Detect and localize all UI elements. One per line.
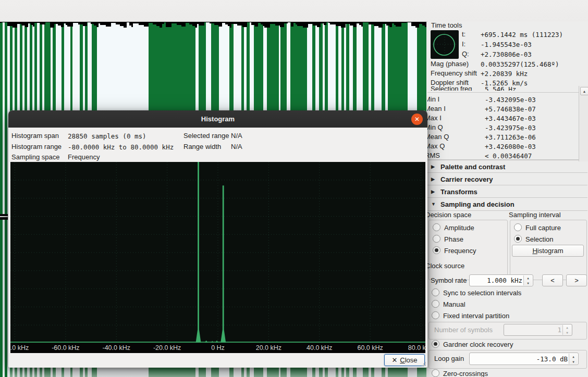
mag-phase-value: 0.00335297(125.468º) — [481, 60, 559, 68]
radio-manual[interactable] — [432, 300, 439, 308]
section-transforms[interactable]: ▶ Transforms — [427, 185, 587, 198]
x-tick-label: -80.0 kHz — [10, 344, 29, 351]
x-tick-label: 0 Hz — [211, 344, 225, 351]
q-label: Q: — [462, 50, 469, 58]
stat-value: < 0.00346407 — [485, 152, 532, 160]
stat-value: +3.426080e-03 — [485, 143, 536, 150]
stat-value: +3.443467e-03 — [485, 115, 536, 122]
i-label: I: — [462, 40, 466, 48]
x-tick-label: 40.0 kHz — [307, 344, 332, 351]
radio-full-capture[interactable] — [514, 223, 522, 231]
dialog-button-bar: ✕ Close — [8, 353, 427, 368]
radio-fixed-interval-partition[interactable] — [432, 311, 439, 319]
radio-gardner-clock-recovery[interactable] — [432, 340, 439, 348]
histogram-button[interactable]: Histogram — [512, 245, 584, 257]
radio-frequency-label[interactable]: Frequency — [444, 247, 476, 255]
x-tick-label: 60.0 kHz — [357, 344, 383, 351]
symbol-rate-input[interactable]: 1.000 kHz ▲▼ — [469, 274, 533, 286]
x-tick-label: -40.0 kHz — [103, 344, 131, 351]
section-palette-and-contrast[interactable]: ▶ Palette and contrast — [427, 160, 587, 173]
selection-freq-row-clipped: Selection freq 5.546 Hz — [427, 85, 580, 91]
section-label: Carrier recovery — [440, 175, 493, 183]
decision-space-title: Decision space — [427, 211, 471, 219]
inspector-side-panel: Time tools t: +695.1442 ms (111223) I: -… — [427, 21, 588, 377]
stat-value: -3.432095e-03 — [485, 96, 536, 104]
histogram-plot[interactable] — [10, 162, 425, 343]
spin-down-icon: ▼ — [527, 281, 529, 285]
close-icon[interactable]: ✕ — [411, 114, 423, 125]
loop-gain-input[interactable]: -13.0 dB ▲▼ — [469, 353, 579, 365]
mag-phase-label: Mag (phase) — [431, 60, 469, 68]
selected-range-value: N/A — [231, 132, 242, 140]
chevron-right-icon: ▶ — [431, 164, 436, 169]
divider — [427, 92, 580, 93]
stat-label: Mean Q — [427, 133, 449, 141]
app-window: Time tools t: +695.1442 ms (111223) I: -… — [0, 0, 588, 377]
less-than-icon: < — [550, 277, 555, 284]
radio-manual-label[interactable]: Manual — [443, 300, 466, 308]
stat-label: Min Q — [427, 123, 443, 131]
radio-phase-label[interactable]: Phase — [444, 235, 463, 243]
stat-label: RMS — [427, 152, 440, 159]
spin-down-icon: ▼ — [572, 360, 574, 363]
number-of-symbols-input: 1 ▲▼ — [504, 324, 572, 336]
spinbox-arrows[interactable]: ▲▼ — [569, 354, 578, 364]
scroll-up-arrow-icon[interactable]: ▲ — [580, 87, 588, 95]
spinbox-arrows[interactable]: ▲▼ — [523, 275, 532, 285]
stat-label: Min I — [427, 95, 439, 103]
radio-phase[interactable] — [433, 235, 440, 243]
stats-scrollbar[interactable]: ▲ — [579, 86, 588, 161]
radio-selection-label[interactable]: Selection — [525, 235, 553, 243]
dialog-title: Histogram — [201, 115, 235, 123]
radio-frequency[interactable] — [433, 246, 440, 254]
number-of-symbols-value: 1 — [557, 326, 561, 334]
waveform-top-marks — [0, 22, 426, 29]
spin-up-icon: ▲ — [572, 355, 574, 358]
stat-value: +5.746838e-07 — [485, 105, 536, 113]
close-button[interactable]: ✕ Close — [384, 354, 425, 366]
resize-grip[interactable] — [421, 361, 426, 367]
radio-sync-selection-intervals-label[interactable]: Sync to selection intervals — [443, 289, 521, 297]
histogram-plot-svg — [10, 162, 425, 343]
x-tick-label: -20.0 kHz — [153, 344, 181, 351]
radio-full-capture-label[interactable]: Full capture — [525, 224, 561, 232]
close-button-label: Close — [400, 356, 417, 364]
histogram-span-label: Histogram span — [11, 132, 59, 140]
section-label: Palette and contrast — [440, 163, 505, 171]
radio-gardner-clock-recovery-label[interactable]: Gardner clock recovery — [443, 341, 513, 348]
radio-amplitude[interactable] — [433, 223, 440, 231]
symbol-rate-value: 1.000 kHz — [487, 277, 522, 284]
spin-up-icon: ▲ — [566, 325, 568, 329]
selection-freq-value: 5.546 Hz — [485, 85, 516, 91]
symbol-rate-prev-button[interactable]: < — [542, 274, 563, 286]
histogram-span-value: 28850 samples (0 ms) — [68, 132, 146, 140]
symbol-rate-next-button[interactable]: > — [566, 274, 587, 286]
loop-gain-value: -13.0 dB — [536, 355, 568, 363]
stream-position-marker[interactable] — [0, 214, 8, 220]
section-label: Transforms — [440, 188, 477, 196]
time-tools-title: Time tools — [431, 21, 462, 29]
stat-label: Mean I — [427, 105, 446, 112]
sampling-interval-title: Sampling interval — [509, 211, 561, 219]
q-value: +2.730806e-03 — [481, 51, 532, 58]
stat-value: -3.423975e-03 — [485, 124, 536, 132]
constellation-preview — [431, 30, 459, 59]
radio-selection[interactable] — [514, 235, 522, 243]
window-top-band — [0, 0, 588, 22]
t-label: t: — [462, 30, 466, 38]
dialog-titlebar[interactable]: Histogram ✕ — [8, 110, 427, 128]
section-carrier-recovery[interactable]: ▶ Carrier recovery — [427, 172, 587, 185]
radio-zero-crossings[interactable] — [432, 369, 439, 377]
x-tick-label: 20.0 kHz — [256, 344, 281, 351]
radio-amplitude-label[interactable]: Amplitude — [444, 224, 474, 232]
loop-gain-label: Loop gain — [434, 355, 464, 362]
spin-up-icon: ▲ — [527, 276, 529, 280]
section-sampling-and-decision[interactable]: ▼ Sampling and decision — [427, 197, 587, 211]
x-tick-label: 80.0 kHz — [408, 344, 425, 351]
t-value: +695.1442 ms (111223) — [481, 31, 563, 39]
radio-sync-selection-intervals[interactable] — [432, 288, 439, 296]
selection-freq-label: Selection freq — [431, 85, 472, 91]
frequency-shift-value: +2.20839 kHz — [481, 70, 528, 78]
radio-zero-crossings-label[interactable]: Zero-crossings — [443, 370, 488, 377]
radio-fixed-interval-partition-label[interactable]: Fixed interval partition — [443, 312, 509, 320]
